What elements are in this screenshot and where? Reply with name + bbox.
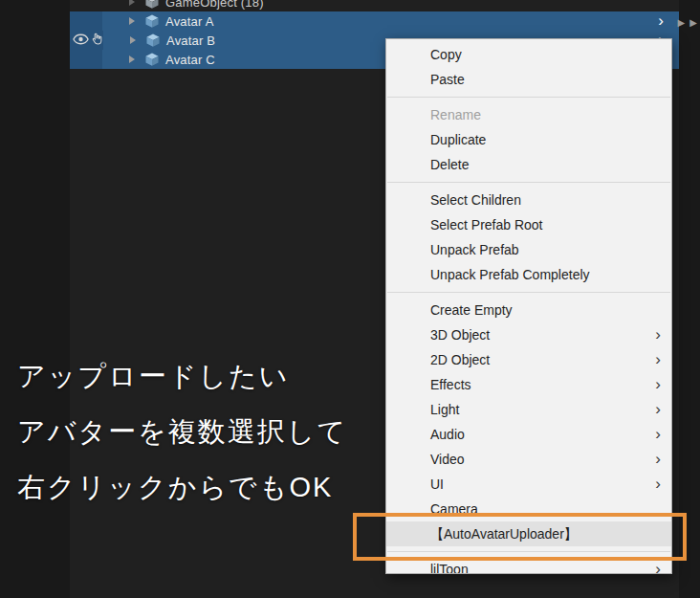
menu-item-label: Delete bbox=[430, 157, 469, 172]
window-edge-arrows: ▶ ▶ bbox=[678, 17, 697, 28]
foldout-arrow-icon[interactable] bbox=[129, 0, 135, 6]
submenu-chevron-icon: › bbox=[655, 447, 661, 472]
menu-item-label: Copy bbox=[430, 47, 462, 62]
menu-item-label: UI bbox=[430, 476, 444, 492]
menu-item-create-empty[interactable]: Create Empty bbox=[386, 298, 671, 322]
menu-item-label: Video bbox=[430, 452, 465, 467]
menu-separator bbox=[387, 182, 670, 183]
prefab-open-chevron-icon[interactable]: › bbox=[658, 12, 664, 29]
overlay-caption-line-2: アバターを複数選択して bbox=[17, 413, 347, 452]
menu-item-label: Light bbox=[430, 402, 459, 417]
menu-item-label: Duplicate bbox=[430, 132, 486, 147]
gameobject-cube-icon bbox=[144, 0, 160, 10]
menu-item-label: Audio bbox=[430, 427, 465, 442]
prefab-cube-icon bbox=[145, 33, 161, 48]
menu-item-copy[interactable]: Copy bbox=[386, 42, 671, 67]
highlight-rectangle bbox=[353, 513, 687, 561]
play-arrow-icon[interactable]: ▶ bbox=[689, 17, 697, 28]
menu-separator bbox=[387, 97, 670, 98]
row-gutter bbox=[70, 11, 102, 31]
foldout-arrow-icon[interactable] bbox=[129, 55, 135, 63]
prefab-cube-icon bbox=[144, 13, 160, 29]
foldout-arrow-icon[interactable] bbox=[129, 17, 135, 25]
menu-item-light[interactable]: Light› bbox=[386, 397, 671, 422]
menu-item-unpack-prefab[interactable]: Unpack Prefab bbox=[386, 237, 671, 262]
submenu-chevron-icon: › bbox=[655, 372, 661, 397]
menu-item-delete[interactable]: Delete bbox=[386, 152, 671, 177]
menu-item-label: 3D Object bbox=[430, 327, 490, 343]
menu-item-label: Select Children bbox=[430, 192, 521, 208]
context-menu: Copy Paste Rename Duplicate Delete Selec… bbox=[385, 38, 672, 574]
menu-item-effects[interactable]: Effects› bbox=[386, 372, 671, 397]
foldout-arrow-icon[interactable] bbox=[130, 36, 136, 44]
menu-item-label: lilToon bbox=[430, 562, 469, 574]
hierarchy-item-label: Avatar A bbox=[165, 14, 214, 29]
row-gutter bbox=[70, 31, 103, 50]
menu-item-label: Select Prefab Root bbox=[430, 217, 543, 233]
submenu-chevron-icon: › bbox=[655, 472, 661, 497]
prefab-cube-icon bbox=[144, 52, 160, 67]
hierarchy-item-label: GameObject (18) bbox=[165, 0, 264, 10]
overlay-caption-line-3: 右クリックからでもOK bbox=[17, 469, 333, 507]
menu-item-video[interactable]: Video› bbox=[386, 447, 671, 472]
menu-item-2d-object[interactable]: 2D Object› bbox=[386, 347, 671, 372]
menu-item-audio[interactable]: Audio› bbox=[386, 422, 671, 447]
visibility-eye-icon[interactable] bbox=[73, 33, 89, 48]
play-arrow-icon[interactable]: ▶ bbox=[678, 17, 686, 28]
hierarchy-item-label: Avatar B bbox=[166, 33, 215, 48]
hierarchy-row-avatar-a[interactable]: Avatar A › bbox=[70, 11, 679, 31]
menu-item-rename: Rename bbox=[386, 102, 671, 127]
menu-item-label: Create Empty bbox=[430, 302, 513, 318]
menu-item-select-prefab-root[interactable]: Select Prefab Root bbox=[386, 212, 671, 237]
menu-item-label: Unpack Prefab bbox=[430, 242, 519, 257]
menu-item-label: Effects bbox=[430, 377, 471, 392]
menu-item-label: Unpack Prefab Completely bbox=[430, 267, 590, 282]
row-gutter bbox=[70, 50, 102, 69]
menu-separator bbox=[387, 292, 670, 293]
row-gutter bbox=[70, 0, 102, 11]
menu-item-label: Rename bbox=[430, 107, 481, 122]
hierarchy-row-gameobject[interactable]: GameObject (18) bbox=[70, 0, 679, 11]
submenu-chevron-icon: › bbox=[655, 422, 661, 447]
submenu-chevron-icon: › bbox=[655, 397, 661, 422]
menu-item-duplicate[interactable]: Duplicate bbox=[386, 127, 671, 152]
submenu-chevron-icon: › bbox=[655, 322, 661, 347]
submenu-chevron-icon: › bbox=[655, 347, 661, 372]
overlay-caption-line-1: アップロードしたい bbox=[17, 358, 289, 396]
menu-item-select-children[interactable]: Select Children bbox=[386, 188, 671, 212]
hierarchy-item-label: Avatar C bbox=[165, 53, 215, 67]
menu-item-ui[interactable]: UI› bbox=[386, 472, 671, 497]
menu-item-label: Paste bbox=[430, 72, 465, 87]
menu-item-label: 2D Object bbox=[430, 352, 490, 367]
menu-item-paste[interactable]: Paste bbox=[386, 67, 671, 92]
pickability-hand-icon[interactable] bbox=[92, 33, 103, 48]
menu-item-3d-object[interactable]: 3D Object› bbox=[386, 322, 671, 347]
menu-item-unpack-prefab-completely[interactable]: Unpack Prefab Completely bbox=[386, 262, 671, 287]
